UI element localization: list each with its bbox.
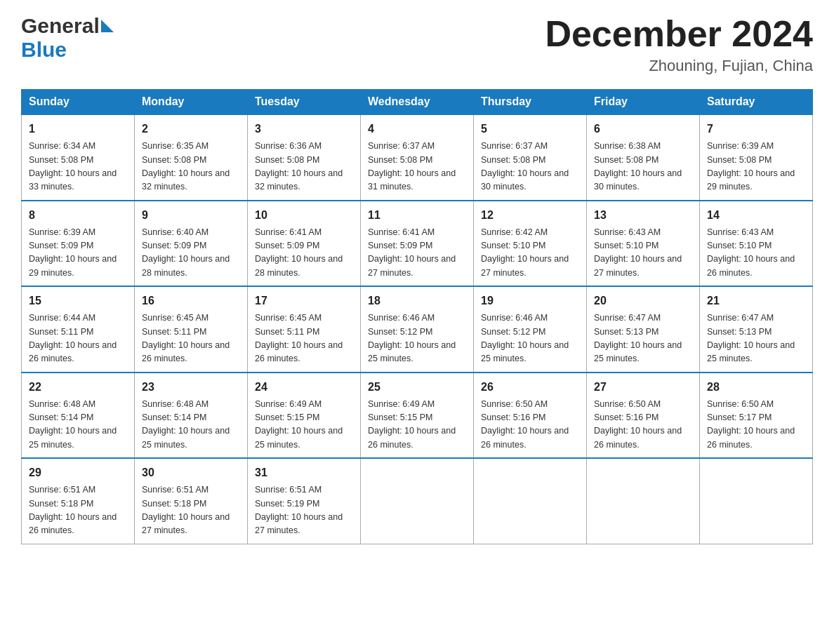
day-info: Sunrise: 6:38 AM Sunset: 5:08 PM Dayligh… [594, 140, 692, 194]
day-info: Sunrise: 6:48 AM Sunset: 5:14 PM Dayligh… [142, 398, 240, 452]
calendar-day-cell: 5 Sunrise: 6:37 AM Sunset: 5:08 PM Dayli… [474, 114, 587, 201]
day-info: Sunrise: 6:35 AM Sunset: 5:08 PM Dayligh… [142, 140, 240, 194]
day-number: 22 [29, 379, 127, 396]
calendar-day-cell: 10 Sunrise: 6:41 AM Sunset: 5:09 PM Dayl… [248, 201, 361, 287]
day-number: 6 [594, 121, 692, 137]
day-info: Sunrise: 6:44 AM Sunset: 5:11 PM Dayligh… [29, 311, 127, 366]
calendar-week-row: 1 Sunrise: 6:34 AM Sunset: 5:08 PM Dayli… [22, 114, 813, 201]
weekday-header-wednesday: Wednesday [361, 90, 474, 115]
day-info: Sunrise: 6:41 AM Sunset: 5:09 PM Dayligh… [368, 226, 466, 281]
day-number: 30 [142, 464, 240, 481]
day-number: 17 [255, 293, 353, 309]
day-number: 24 [255, 379, 353, 396]
calendar-day-cell: 26 Sunrise: 6:50 AM Sunset: 5:16 PM Dayl… [474, 373, 587, 459]
calendar-day-cell: 7 Sunrise: 6:39 AM Sunset: 5:08 PM Dayli… [700, 114, 813, 201]
calendar-day-cell: 29 Sunrise: 6:51 AM Sunset: 5:18 PM Dayl… [22, 458, 135, 544]
day-number: 13 [594, 207, 692, 224]
weekday-header-row: SundayMondayTuesdayWednesdayThursdayFrid… [22, 90, 813, 115]
calendar-day-cell: 8 Sunrise: 6:39 AM Sunset: 5:09 PM Dayli… [22, 201, 135, 287]
page-header: General Blue December 2024 Zhouning, Fuj… [21, 14, 813, 75]
calendar-day-cell: 23 Sunrise: 6:48 AM Sunset: 5:14 PM Dayl… [135, 373, 248, 459]
calendar-day-cell [474, 458, 587, 544]
calendar-day-cell: 24 Sunrise: 6:49 AM Sunset: 5:15 PM Dayl… [248, 373, 361, 459]
day-number: 1 [29, 121, 127, 137]
calendar-week-row: 29 Sunrise: 6:51 AM Sunset: 5:18 PM Dayl… [22, 458, 813, 544]
day-info: Sunrise: 6:51 AM Sunset: 5:18 PM Dayligh… [29, 483, 127, 538]
calendar-day-cell: 31 Sunrise: 6:51 AM Sunset: 5:19 PM Dayl… [248, 458, 361, 544]
day-number: 26 [481, 379, 579, 396]
day-info: Sunrise: 6:37 AM Sunset: 5:08 PM Dayligh… [368, 140, 466, 194]
calendar-day-cell: 28 Sunrise: 6:50 AM Sunset: 5:17 PM Dayl… [700, 373, 813, 459]
calendar-day-cell: 17 Sunrise: 6:45 AM Sunset: 5:11 PM Dayl… [248, 286, 361, 373]
calendar-day-cell: 9 Sunrise: 6:40 AM Sunset: 5:09 PM Dayli… [135, 201, 248, 287]
day-number: 29 [29, 464, 127, 481]
day-number: 15 [29, 293, 127, 309]
calendar-day-cell: 20 Sunrise: 6:47 AM Sunset: 5:13 PM Dayl… [587, 286, 700, 373]
calendar-day-cell: 22 Sunrise: 6:48 AM Sunset: 5:14 PM Dayl… [22, 373, 135, 459]
calendar-day-cell: 2 Sunrise: 6:35 AM Sunset: 5:08 PM Dayli… [135, 114, 248, 201]
day-number: 25 [368, 379, 466, 396]
calendar-day-cell: 21 Sunrise: 6:47 AM Sunset: 5:13 PM Dayl… [700, 286, 813, 373]
weekday-header-saturday: Saturday [700, 90, 813, 115]
calendar-day-cell: 18 Sunrise: 6:46 AM Sunset: 5:12 PM Dayl… [361, 286, 474, 373]
day-number: 16 [142, 293, 240, 309]
day-number: 5 [481, 121, 579, 137]
day-info: Sunrise: 6:39 AM Sunset: 5:08 PM Dayligh… [707, 140, 805, 194]
weekday-header-sunday: Sunday [22, 90, 135, 115]
day-info: Sunrise: 6:46 AM Sunset: 5:12 PM Dayligh… [481, 311, 579, 366]
logo-arrow-icon [101, 20, 114, 32]
calendar-day-cell: 14 Sunrise: 6:43 AM Sunset: 5:10 PM Dayl… [700, 201, 813, 287]
calendar-day-cell: 15 Sunrise: 6:44 AM Sunset: 5:11 PM Dayl… [22, 286, 135, 373]
day-number: 14 [707, 207, 805, 224]
calendar-day-cell [700, 458, 813, 544]
calendar-week-row: 22 Sunrise: 6:48 AM Sunset: 5:14 PM Dayl… [22, 373, 813, 459]
calendar-day-cell: 13 Sunrise: 6:43 AM Sunset: 5:10 PM Dayl… [587, 201, 700, 287]
day-info: Sunrise: 6:42 AM Sunset: 5:10 PM Dayligh… [481, 226, 579, 281]
logo: General Blue [21, 14, 114, 62]
day-number: 4 [368, 121, 466, 137]
calendar-day-cell: 6 Sunrise: 6:38 AM Sunset: 5:08 PM Dayli… [587, 114, 700, 201]
calendar-day-cell: 19 Sunrise: 6:46 AM Sunset: 5:12 PM Dayl… [474, 286, 587, 373]
day-number: 11 [368, 207, 466, 224]
day-number: 31 [255, 464, 353, 481]
day-number: 9 [142, 207, 240, 224]
day-info: Sunrise: 6:50 AM Sunset: 5:16 PM Dayligh… [594, 398, 692, 452]
title-section: December 2024 Zhouning, Fujian, China [545, 14, 813, 75]
calendar-day-cell [361, 458, 474, 544]
day-info: Sunrise: 6:36 AM Sunset: 5:08 PM Dayligh… [255, 140, 353, 194]
weekday-header-tuesday: Tuesday [248, 90, 361, 115]
day-info: Sunrise: 6:41 AM Sunset: 5:09 PM Dayligh… [255, 226, 353, 281]
logo-blue: Blue [21, 38, 114, 62]
day-info: Sunrise: 6:46 AM Sunset: 5:12 PM Dayligh… [368, 311, 466, 366]
day-number: 8 [29, 207, 127, 224]
weekday-header-friday: Friday [587, 90, 700, 115]
day-number: 18 [368, 293, 466, 309]
day-info: Sunrise: 6:47 AM Sunset: 5:13 PM Dayligh… [594, 311, 692, 366]
logo-general: General [21, 14, 100, 38]
location-subtitle: Zhouning, Fujian, China [545, 57, 813, 75]
calendar-day-cell: 12 Sunrise: 6:42 AM Sunset: 5:10 PM Dayl… [474, 201, 587, 287]
calendar-day-cell: 3 Sunrise: 6:36 AM Sunset: 5:08 PM Dayli… [248, 114, 361, 201]
day-info: Sunrise: 6:49 AM Sunset: 5:15 PM Dayligh… [368, 398, 466, 452]
day-info: Sunrise: 6:39 AM Sunset: 5:09 PM Dayligh… [29, 226, 127, 281]
weekday-header-monday: Monday [135, 90, 248, 115]
day-number: 10 [255, 207, 353, 224]
day-number: 3 [255, 121, 353, 137]
day-info: Sunrise: 6:34 AM Sunset: 5:08 PM Dayligh… [29, 140, 127, 194]
calendar-day-cell: 4 Sunrise: 6:37 AM Sunset: 5:08 PM Dayli… [361, 114, 474, 201]
day-info: Sunrise: 6:51 AM Sunset: 5:19 PM Dayligh… [255, 483, 353, 538]
calendar-week-row: 8 Sunrise: 6:39 AM Sunset: 5:09 PM Dayli… [22, 201, 813, 287]
day-info: Sunrise: 6:47 AM Sunset: 5:13 PM Dayligh… [707, 311, 805, 366]
calendar-day-cell: 1 Sunrise: 6:34 AM Sunset: 5:08 PM Dayli… [22, 114, 135, 201]
day-info: Sunrise: 6:45 AM Sunset: 5:11 PM Dayligh… [142, 311, 240, 366]
calendar-day-cell: 30 Sunrise: 6:51 AM Sunset: 5:18 PM Dayl… [135, 458, 248, 544]
day-number: 21 [707, 293, 805, 309]
calendar-day-cell: 16 Sunrise: 6:45 AM Sunset: 5:11 PM Dayl… [135, 286, 248, 373]
day-number: 23 [142, 379, 240, 396]
calendar-day-cell [587, 458, 700, 544]
day-info: Sunrise: 6:49 AM Sunset: 5:15 PM Dayligh… [255, 398, 353, 452]
calendar-week-row: 15 Sunrise: 6:44 AM Sunset: 5:11 PM Dayl… [22, 286, 813, 373]
calendar-day-cell: 27 Sunrise: 6:50 AM Sunset: 5:16 PM Dayl… [587, 373, 700, 459]
month-year-title: December 2024 [545, 14, 813, 54]
day-info: Sunrise: 6:48 AM Sunset: 5:14 PM Dayligh… [29, 398, 127, 452]
